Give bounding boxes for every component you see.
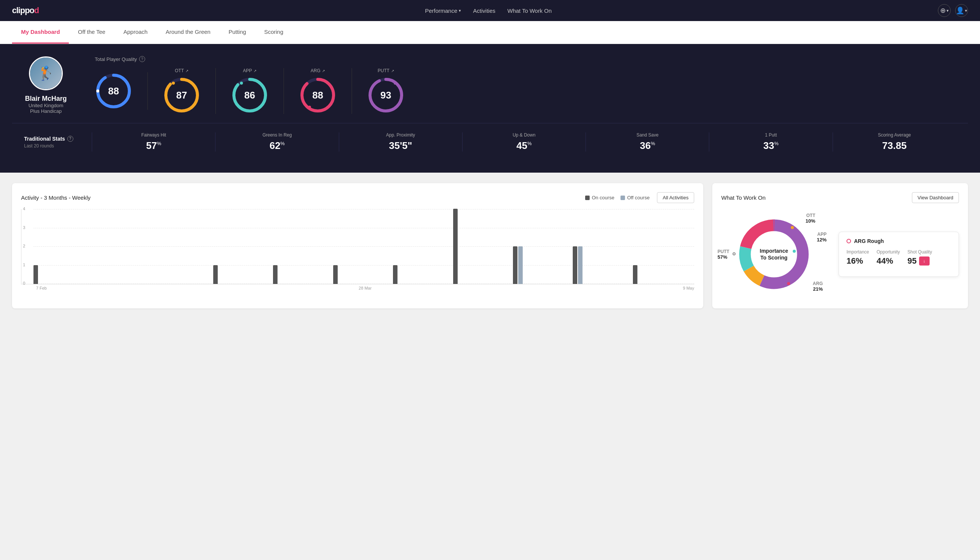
donut-section: OTT 10% APP 12% ARG 21% PUTT 57% [721,209,959,299]
info-card-title: ARG Rough [847,238,951,244]
sub-nav: My Dashboard Off the Tee Approach Around… [0,21,980,44]
logo-text: clippo [12,6,34,15]
metric-importance: Importance 16% [847,249,869,266]
chart-wrapper: 4 3 2 1 0 7 Feb 28 Mar 9 May [21,209,694,290]
stat-scoring-avg-label: Scoring Average [878,132,911,138]
player-handicap: Plus Handicap [30,108,62,114]
stat-fairways-value: 57% [146,140,161,152]
bar-group-7 [453,209,511,284]
stat-gir: Greens In Reg 62% [215,132,338,152]
bar-group-9 [573,246,631,284]
x-label-mar: 28 Mar [255,286,474,290]
ott-trend-icon: ↗ [185,69,188,73]
tab-my-dashboard[interactable]: My Dashboard [12,21,69,43]
shot-quality-value: 95 [907,256,917,266]
nav-what-to-work-on[interactable]: What To Work On [507,8,552,14]
what-to-work-on-card: What To Work On View Dashboard OTT 10% A… [712,183,968,308]
putt-trend-icon: ↗ [391,69,394,73]
bar-on-6 [393,265,398,284]
nav-performance[interactable]: Performance ▾ [425,8,461,14]
add-button[interactable]: ⊕ ▾ [938,4,951,17]
donut-chart: Importance To Scoring [732,213,815,296]
arg-label: ARG ↗ [311,68,325,73]
on-course-dot [585,195,590,200]
arg-indicator-dot [787,282,790,285]
all-activities-button[interactable]: All Activities [657,192,694,203]
x-labels: 7 Feb 28 Mar 9 May [21,286,694,290]
avatar-image: 🏌️ [30,58,62,89]
shot-quality-badge: ↓ [919,257,930,265]
trad-stats-sublabel: Last 20 rounds [24,143,92,148]
tab-off-the-tee[interactable]: Off the Tee [69,21,114,43]
score-ott: OTT ↗ 87 [148,68,216,114]
importance-value: 16% [847,256,869,266]
overall-ring: 88 [95,72,132,110]
info-dot [847,239,851,243]
score-putt: PUTT ↗ 93 [352,68,420,114]
putt-donut-label: PUTT 57% [717,249,729,260]
app-logo[interactable]: clippod [12,6,39,15]
stat-sandsave: Sand Save 36% [586,132,709,152]
score-app: APP ↗ 86 [216,68,284,114]
tab-scoring[interactable]: Scoring [255,21,292,43]
opportunity-label: Opportunity [877,249,900,255]
view-dashboard-button[interactable]: View Dashboard [912,192,959,203]
plus-icon: ⊕ [940,7,946,15]
scores-row: 88 OTT ↗ 87 [95,68,968,114]
stat-proximity: App. Proximity 35'5" [339,132,462,152]
tab-putting[interactable]: Putting [220,21,255,43]
opportunity-value: 44% [877,256,900,266]
chevron-down-icon: ▾ [459,8,461,13]
chart-legend: On course Off course [585,195,650,200]
bar-group-5 [333,265,391,284]
app-value: 86 [231,77,268,114]
ott-value: 87 [163,77,200,114]
chart-area: 4 3 2 1 0 [21,209,694,284]
putt-ring: 93 [367,77,404,114]
stat-1putt: 1 Putt 33% [709,132,832,152]
score-overall: 88 [95,72,148,110]
putt-value: 93 [367,77,404,114]
bar-group-3 [213,265,271,284]
user-menu-button[interactable]: 👤 ▾ [955,4,968,17]
tpq-help-icon[interactable]: ? [139,56,145,62]
stat-gir-value: 62% [270,140,285,152]
nav-activities[interactable]: Activities [473,8,495,14]
bar-on-7 [453,209,458,284]
stat-proximity-label: App. Proximity [386,132,415,138]
tab-approach[interactable]: Approach [114,21,156,43]
bar-on-3 [213,265,218,284]
importance-label: Importance [847,249,869,255]
stat-fairways: Fairways Hit 57% [92,132,215,152]
ott-label: OTT ↗ [175,68,188,73]
scores-section: Total Player Quality ? 88 [95,56,968,114]
player-name: Blair McHarg [25,95,67,103]
nav-right: ⊕ ▾ 👤 ▾ [938,4,968,17]
bar-on-4 [273,265,278,284]
trad-stats-label: Traditional Stats ? Last 20 rounds [24,136,92,148]
stat-scoring-avg-value: 73.85 [882,140,907,152]
activity-chart-card: Activity - 3 Months - Weekly On course O… [12,183,703,308]
trad-stats-help-icon[interactable]: ? [67,136,73,142]
bar-group-10 [633,265,691,284]
arg-value: 88 [299,77,336,114]
tab-around-the-green[interactable]: Around the Green [156,21,219,43]
bar-on-0 [33,265,38,284]
stat-proximity-value: 35'5" [389,140,412,152]
bar-group-8 [513,246,571,284]
main-content: Activity - 3 Months - Weekly On course O… [0,173,980,319]
donut-wrapper: OTT 10% APP 12% ARG 21% PUTT 57% [721,209,827,299]
bar-on-9 [573,246,577,284]
chart-title: Activity - 3 Months - Weekly [21,195,91,201]
score-arg: ARG ↗ 88 [284,68,352,114]
arg-ring: 88 [299,77,336,114]
putt-indicator-dot [732,252,735,255]
metric-opportunity: Opportunity 44% [877,249,900,266]
ott-indicator-dot [791,226,794,229]
trad-stats: Traditional Stats ? Last 20 rounds Fairw… [12,123,968,161]
stat-updown: Up & Down 45% [462,132,586,152]
wtwo-header: What To Work On View Dashboard [721,192,959,203]
chart-controls: On course Off course All Activities [585,192,694,203]
app-trend-icon: ↗ [253,69,256,73]
nav-links: Performance ▾ Activities What To Work On [425,8,552,14]
